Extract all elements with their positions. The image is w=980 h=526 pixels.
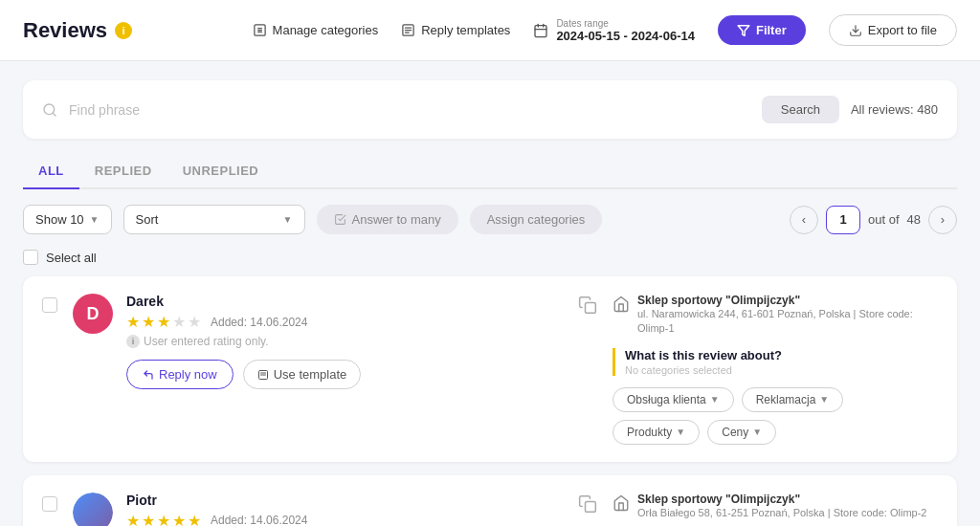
page-total: 48 (907, 212, 921, 227)
out-of-text: out of (868, 212, 900, 227)
assign-categories-label: Assign categories (487, 212, 586, 227)
manage-categories-link[interactable]: Manage categories (253, 23, 379, 37)
store-info-piotr: Sklep sportowy "Olimpijczyk" Orła Białeg… (612, 493, 938, 520)
store-name-darek: Sklep sportowy "Olimpijczyk" (637, 294, 938, 307)
review-left-darek: D Darek ★ ★ ★ ★ ★ Added: 14.06.2024 i Us… (73, 294, 563, 389)
star-p2: ★ (142, 512, 155, 526)
review-about-sub-darek: No categories selected (625, 364, 938, 376)
category-tag-obsługa[interactable]: Obsługa klienta ▼ (612, 387, 734, 412)
search-button[interactable]: Search (762, 96, 839, 123)
tab-unreplied[interactable]: UNREPLIED (167, 154, 275, 189)
svg-rect-20 (586, 501, 596, 512)
header-nav: Manage categories Reply templates Dates … (253, 14, 957, 46)
review-about-darek: What is this review about? No categories… (612, 348, 938, 376)
star-5: ★ (188, 313, 201, 331)
pagination: ‹ 1 out of 48 › (790, 206, 957, 234)
sort-label: Sort (136, 212, 159, 227)
store-icon-darek (612, 296, 630, 313)
answer-icon (334, 213, 346, 226)
review-checkbox-darek[interactable] (42, 297, 57, 313)
star-p5: ★ (188, 512, 201, 526)
category-tag-ceny[interactable]: Ceny ▼ (707, 420, 776, 445)
date-range-group: Dates range 2024-05-15 - 2024-06-14 (533, 18, 695, 43)
copy-icon-darek[interactable] (578, 296, 597, 319)
search-bar: Search All reviews: 480 (23, 80, 957, 139)
category-tag-produkty[interactable]: Produkty ▼ (612, 420, 700, 445)
category-obsługa-chevron-icon: ▼ (710, 394, 720, 405)
select-all-checkbox[interactable] (23, 250, 38, 265)
category-ceny-label: Ceny (722, 426, 748, 439)
category-produkty-label: Produkty (627, 426, 672, 439)
title-text: Reviews (23, 18, 107, 43)
dates-label: Dates range (556, 18, 608, 29)
user-note-text: User entered rating only. (144, 335, 269, 348)
tab-all[interactable]: ALL (23, 154, 79, 189)
category-ceny-chevron-icon: ▼ (752, 427, 762, 437)
star-p3: ★ (157, 512, 170, 526)
tabs-bar: ALL REPLIED UNREPLIED (23, 154, 957, 189)
stars-darek: ★ ★ ★ ★ ★ Added: 14.06.2024 (126, 313, 563, 331)
sort-chevron-icon: ▼ (283, 214, 293, 225)
added-date-darek: Added: 14.06.2024 (211, 316, 307, 329)
avatar-img-piotr (73, 493, 113, 526)
reply-icon (143, 369, 154, 381)
store-icon-piotr (612, 494, 630, 512)
review-checkbox-piotr[interactable] (42, 496, 57, 512)
review-card-piotr: Piotr ★ ★ ★ ★ ★ Added: 14.06.2024 Fajne … (23, 475, 957, 526)
review-actions-darek: Reply now Use template (126, 360, 563, 389)
show-select[interactable]: Show 10 ▼ (23, 205, 112, 234)
filter-icon (737, 24, 750, 37)
star-2: ★ (142, 313, 155, 331)
tab-replied[interactable]: REPLIED (79, 154, 167, 189)
category-tag-reklamacja[interactable]: Reklamacja ▼ (742, 387, 844, 412)
page-title: Reviews i (23, 18, 132, 43)
added-date-piotr: Added: 14.06.2024 (211, 514, 307, 526)
all-reviews-count: All reviews: 480 (851, 102, 938, 117)
header: Reviews i Manage categories Reply templa… (0, 0, 980, 61)
category-reklamacja-chevron-icon: ▼ (819, 394, 829, 405)
reply-templates-link[interactable]: Reply templates (401, 23, 510, 37)
export-button[interactable]: Export to file (829, 14, 957, 46)
select-all-row: Select all (23, 250, 957, 265)
next-page-button[interactable]: › (928, 206, 957, 234)
export-label: Export to file (868, 23, 937, 37)
select-all-label: Select all (46, 251, 97, 265)
review-right-piotr: Sklep sportowy "Olimpijczyk" Orła Białeg… (612, 493, 938, 526)
answer-many-button[interactable]: Answer to many (317, 205, 458, 234)
reviewer-name-darek: Darek (126, 294, 563, 309)
store-address-darek: ul. Naramowicka 244, 61-601 Poznań, Pols… (637, 307, 938, 337)
review-content-darek: Darek ★ ★ ★ ★ ★ Added: 14.06.2024 i User… (126, 294, 563, 389)
svg-rect-19 (586, 303, 596, 314)
show-label: Show 10 (35, 212, 84, 227)
svg-rect-8 (535, 25, 546, 36)
calendar-icon (533, 23, 548, 38)
star-1: ★ (126, 313, 140, 331)
info-icon[interactable]: i (115, 22, 132, 39)
star-4: ★ (172, 313, 186, 331)
category-tags-darek: Obsługa klienta ▼ Reklamacja ▼ Produkty … (612, 387, 938, 445)
category-reklamacja-label: Reklamacja (756, 393, 816, 406)
user-note-icon: i (126, 335, 140, 348)
svg-line-15 (53, 113, 56, 116)
review-left-piotr: Piotr ★ ★ ★ ★ ★ Added: 14.06.2024 Fajne … (73, 493, 563, 526)
main-content: Search All reviews: 480 ALL REPLIED UNRE… (0, 61, 980, 526)
category-produkty-chevron-icon: ▼ (676, 427, 685, 437)
copy-icon-piotr[interactable] (578, 494, 597, 518)
download-icon (849, 24, 862, 37)
star-3: ★ (157, 313, 170, 331)
template-icon (401, 23, 415, 37)
store-address-piotr: Orła Białego 58, 61-251 Poznań, Polska |… (637, 506, 926, 520)
date-range: Dates range 2024-05-15 - 2024-06-14 (556, 18, 695, 43)
search-input[interactable] (69, 102, 750, 118)
star-p1: ★ (126, 512, 140, 526)
reply-now-button-darek[interactable]: Reply now (126, 360, 234, 389)
user-note-darek: i User entered rating only. (126, 335, 563, 348)
assign-categories-button[interactable]: Assign categories (470, 205, 603, 234)
avatar-piotr (73, 493, 113, 526)
svg-marker-12 (738, 25, 749, 35)
filter-label: Filter (756, 23, 787, 37)
prev-page-button[interactable]: ‹ (790, 206, 818, 234)
filter-button[interactable]: Filter (718, 15, 806, 45)
sort-select[interactable]: Sort ▼ (123, 205, 305, 234)
use-template-button-darek[interactable]: Use template (243, 360, 362, 389)
